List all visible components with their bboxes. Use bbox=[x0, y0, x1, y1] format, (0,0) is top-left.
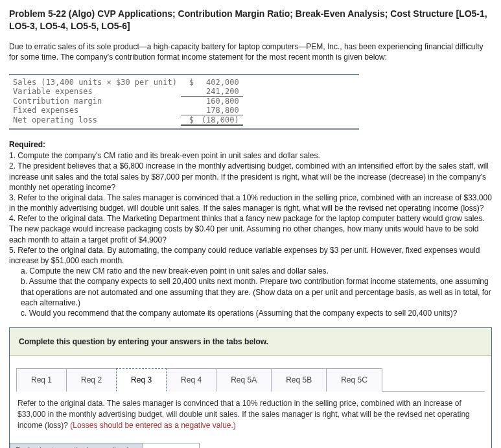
tabs-row: Req 1 Req 2 Req 3 Req 4 Req 5A Req 5B Re… bbox=[10, 356, 491, 391]
row-value: 178,800 bbox=[198, 106, 243, 115]
row-value: 160,800 bbox=[198, 97, 243, 106]
list-item: 2. The president believes that a $6,800 … bbox=[9, 161, 492, 193]
tab-content: Refer to the original data. The sales ma… bbox=[10, 392, 491, 440]
row-label: Net operating loss bbox=[9, 115, 181, 126]
currency-sign bbox=[181, 87, 198, 97]
tab-req5b[interactable]: Req 5B bbox=[271, 368, 327, 392]
row-label: Contribution margin bbox=[9, 97, 181, 106]
row-value: 241,200 bbox=[198, 87, 243, 97]
currency-sign bbox=[181, 106, 198, 115]
tab-req2[interactable]: Req 2 bbox=[66, 368, 117, 392]
table-row: Variable expenses 241,200 bbox=[9, 87, 243, 97]
list-item: b. Assume that the company expects to se… bbox=[9, 276, 492, 308]
required-heading: Required: bbox=[9, 140, 492, 149]
list-item: 5. Refer to the original data. By automa… bbox=[9, 245, 492, 266]
tab-req4[interactable]: Req 4 bbox=[166, 368, 216, 392]
income-table: Sales (13,400 units × $30 per unit) $ 40… bbox=[9, 78, 243, 126]
row-label: Variable expenses bbox=[9, 87, 181, 97]
problem-intro: Due to erratic sales of its sole product… bbox=[9, 41, 492, 62]
answer-area: Complete this question by entering your … bbox=[9, 327, 492, 448]
list-item: 1. Compute the company's CM ratio and it… bbox=[9, 150, 492, 161]
row-label: Sales (13,400 units × $30 per unit) bbox=[9, 78, 181, 87]
tab-req1[interactable]: Req 1 bbox=[16, 368, 67, 392]
currency-sign: $ bbox=[181, 115, 198, 126]
tab-req5c[interactable]: Req 5C bbox=[326, 368, 382, 392]
result-label: Revised net operating income (loss) bbox=[10, 443, 143, 448]
problem-title: Problem 5-22 (Algo) CVP Applications; Co… bbox=[9, 8, 492, 32]
row-value: 402,000 bbox=[198, 78, 243, 87]
table-row: Net operating loss $ (18,000) bbox=[9, 115, 243, 126]
list-item: 3. Refer to the original data. The sales… bbox=[9, 193, 492, 213]
table-row: Fixed expenses 178,800 bbox=[9, 106, 243, 115]
answer-instruction: Complete this question by entering your … bbox=[10, 328, 491, 356]
tab-req3[interactable]: Req 3 bbox=[116, 368, 167, 392]
loss-note: (Losses should be entered as a negative … bbox=[70, 421, 236, 430]
tab-req5a[interactable]: Req 5A bbox=[216, 368, 272, 392]
required-list: 1. Compute the company's CM ratio and it… bbox=[9, 150, 492, 318]
table-row: Sales (13,400 units × $30 per unit) $ 40… bbox=[9, 78, 243, 87]
table-row: Contribution margin 160,800 bbox=[9, 97, 243, 106]
revised-noi-input[interactable] bbox=[143, 443, 200, 448]
list-item: a. Compute the new CM ratio and the new … bbox=[9, 266, 492, 276]
list-item: c. Would you recommend that the company … bbox=[9, 308, 492, 318]
row-label: Fixed expenses bbox=[9, 106, 181, 115]
row-value: (18,000) bbox=[198, 115, 243, 126]
result-row: Revised net operating income (loss) bbox=[10, 443, 491, 448]
currency-sign bbox=[181, 97, 198, 106]
income-statement: Sales (13,400 units × $30 per unit) $ 40… bbox=[9, 74, 492, 130]
currency-sign: $ bbox=[181, 78, 198, 87]
list-item: 4. Refer to the original data. The Marke… bbox=[9, 213, 492, 245]
